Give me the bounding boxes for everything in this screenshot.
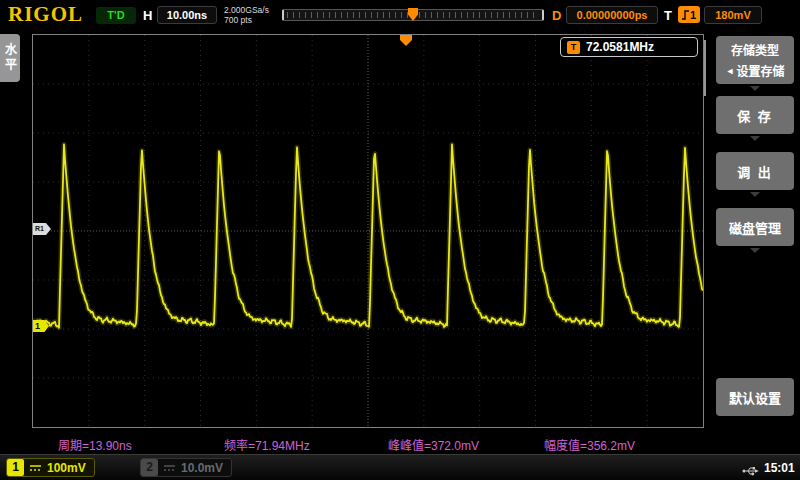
memory-position-bar [282,9,544,21]
trigger-source-number: 1 [690,9,696,21]
horizontal-label: H [143,8,152,23]
menu-disk-manage-button[interactable]: 磁盘管理 [716,208,794,246]
measurement-peak-to-peak: 峰峰值=372.0mV [388,436,479,453]
delay-label: D [552,8,561,23]
trigger-level-readout: 180mV [704,6,762,24]
menu-notch-icon [750,248,760,253]
sample-rate: 2.000GSa/s [224,5,269,15]
measurement-period: 周期=13.90ns [58,436,132,453]
counter-trigger-icon: T [567,41,580,54]
counter-value: 72.0581MHz [586,40,654,54]
oscilloscope-screen: RIGOL T'D H 10.00ns 2.000GSa/s 700 pts D… [0,0,800,480]
menu-notch-icon [750,192,760,197]
channel1-status[interactable]: 1 100mV [6,458,95,477]
acquisition-info: 2.000GSa/s 700 pts [224,5,269,25]
memory-depth: 700 pts [224,15,269,25]
waveform-display: R1 1 [32,34,704,428]
measurements-row: 周期=13.90ns 频率=71.94MHz 峰峰值=372.0mV 幅度值=3… [0,436,710,450]
usb-icon [742,463,760,480]
storage-type-title: 存储类型 [731,41,779,58]
channel1-badge: 1 [7,459,24,476]
trigger-status-badge: T'D [96,7,136,24]
menu-notch-icon [750,136,760,141]
top-bar: RIGOL T'D H 10.00ns 2.000GSa/s 700 pts D… [0,0,800,30]
menu-storage-type-button[interactable]: 存储类型 ◄ 设置存储 [716,36,794,84]
waveform-svg [33,35,703,427]
trigger-source-icon: 1 [678,6,700,23]
memory-trigger-position-marker[interactable] [408,8,418,21]
status-bar: 1 100mV 2 10.0mV [0,454,800,480]
trigger-position-marker [400,35,412,46]
menu-default-setup-button[interactable]: 默认设置 [716,378,794,416]
freq-counter: T 72.0581MHz [560,37,698,57]
channel2-scale: 10.0mV [181,461,223,475]
rising-edge-icon [682,10,689,20]
delay-readout: 0.00000000ps [566,6,658,24]
storage-type-value: 设置存储 [736,62,784,79]
timebase-readout: 10.00ns [157,6,217,24]
measurement-frequency: 频率=71.94MHz [224,436,310,453]
horizontal-tab[interactable]: 水平 [0,34,20,82]
coupling-icon [29,463,42,473]
menu-notch-icon [750,86,760,91]
channel2-badge: 2 [141,459,158,476]
submenu-arrow-icon: ◄ [726,66,735,76]
coupling-icon [163,463,176,473]
menu-panel: 存储类型 ◄ 设置存储 保 存 调 出 磁盘管理 默认设置 [710,30,800,454]
menu-save-button[interactable]: 保 存 [716,96,794,134]
rigol-logo: RIGOL [8,2,83,27]
trigger-label: T [664,8,672,23]
measurement-amplitude: 幅度值=356.2mV [544,436,635,453]
channel2-status[interactable]: 2 10.0mV [140,458,232,477]
channel1-scale: 100mV [47,461,86,475]
clock: 15:01 [764,461,795,475]
menu-recall-button[interactable]: 调 出 [716,152,794,190]
